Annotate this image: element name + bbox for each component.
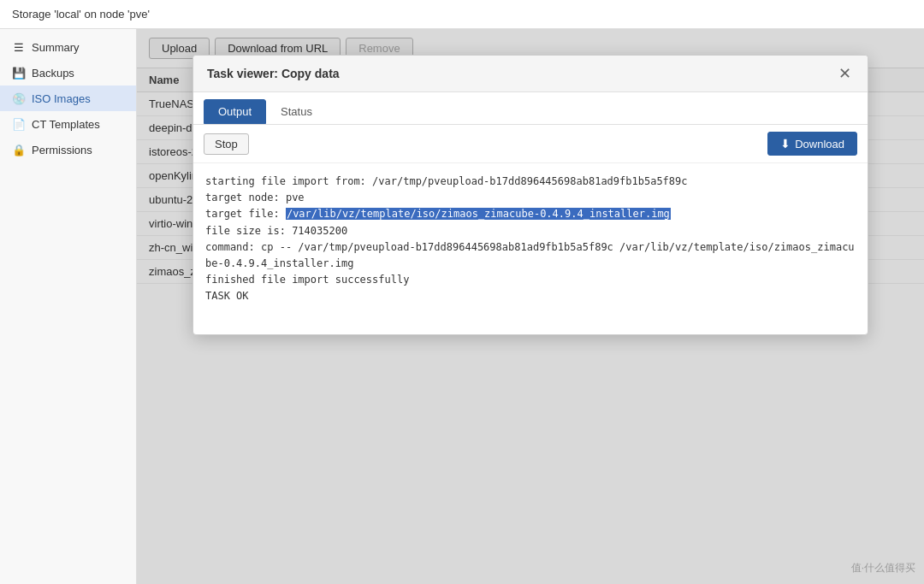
- permissions-icon: 🔒: [12, 143, 26, 156]
- modal-title: Task viewer: Copy data: [207, 67, 340, 80]
- top-bar: Storage 'local' on node 'pve': [0, 0, 924, 29]
- task-viewer-modal: Task viewer: Copy data ✕ OutputStatus St…: [192, 55, 868, 335]
- sidebar-item-label-iso-images: ISO Images: [32, 92, 91, 105]
- page-title: Storage 'local' on node 'pve': [12, 8, 150, 21]
- stop-button[interactable]: Stop: [204, 133, 249, 155]
- download-button-label: Download: [795, 138, 844, 150]
- modal-tab-output[interactable]: Output: [204, 99, 266, 124]
- sidebar-item-label-ct-templates: CT Templates: [32, 118, 100, 131]
- output-line: finished file import successfully: [205, 272, 856, 288]
- modal-actions: Stop ⬇ Download: [193, 125, 868, 163]
- modal-close-button[interactable]: ✕: [835, 64, 854, 83]
- highlighted-path: /var/lib/vz/template/iso/zimaos_zimacube…: [286, 208, 671, 220]
- output-line: starting file import from: /var/tmp/pveu…: [205, 174, 856, 190]
- output-line: file size is: 714035200: [205, 223, 856, 239]
- output-line: command: cp -- /var/tmp/pveupload-b17dd8…: [205, 239, 856, 272]
- sidebar-item-backups[interactable]: 💾Backups: [0, 60, 136, 86]
- sidebar-item-label-permissions: Permissions: [32, 144, 92, 156]
- sidebar-item-summary[interactable]: ☰Summary: [0, 34, 136, 60]
- modal-header: Task viewer: Copy data ✕: [193, 56, 868, 92]
- backups-icon: 💾: [12, 66, 26, 80]
- ct-icon: 📄: [12, 117, 26, 131]
- sidebar-item-iso-images[interactable]: 💿ISO Images: [0, 86, 136, 111]
- output-line: TASK OK: [205, 288, 856, 304]
- content-area: Upload Download from URL Remove Name Tru…: [137, 29, 924, 584]
- modal-overlay: Task viewer: Copy data ✕ OutputStatus St…: [137, 29, 924, 584]
- sidebar-item-label-summary: Summary: [32, 41, 80, 54]
- watermark: 值·什么值得买: [851, 561, 915, 575]
- output-line: target file: /var/lib/vz/template/iso/zi…: [205, 206, 856, 222]
- modal-tab-status[interactable]: Status: [266, 99, 327, 124]
- download-button[interactable]: ⬇ Download: [767, 132, 857, 156]
- sidebar: ☰Summary💾Backups💿ISO Images📄CT Templates…: [0, 29, 137, 584]
- download-icon: ⬇: [780, 137, 791, 150]
- summary-icon: ☰: [12, 40, 26, 54]
- main-layout: ☰Summary💾Backups💿ISO Images📄CT Templates…: [0, 29, 924, 584]
- modal-tabs: OutputStatus: [193, 92, 868, 125]
- iso-icon: 💿: [12, 91, 26, 105]
- sidebar-item-label-backups: Backups: [32, 67, 74, 80]
- sidebar-item-ct-templates[interactable]: 📄CT Templates: [0, 111, 136, 137]
- sidebar-item-permissions[interactable]: 🔒Permissions: [0, 137, 136, 162]
- modal-output: starting file import from: /var/tmp/pveu…: [193, 163, 868, 334]
- output-line: target node: pve: [205, 190, 856, 206]
